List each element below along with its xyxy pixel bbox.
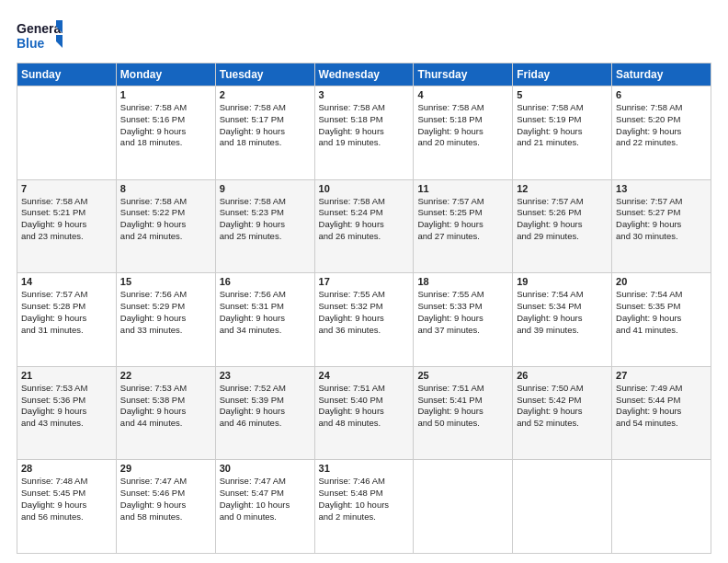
day-number: 8 (120, 183, 211, 194)
daylight-line2: and 30 minutes. (616, 231, 707, 243)
daylight-line1: Daylight: 9 hours (517, 406, 608, 418)
calendar-cell: 30Sunrise: 7:47 AMSunset: 5:47 PMDayligh… (215, 460, 314, 554)
sunset-text: Sunset: 5:32 PM (319, 301, 410, 313)
day-number: 21 (21, 370, 112, 381)
day-number: 14 (21, 276, 112, 287)
day-number: 27 (616, 370, 707, 381)
calendar-cell: 16Sunrise: 7:56 AMSunset: 5:31 PMDayligh… (215, 273, 314, 367)
sunrise-text: Sunrise: 7:55 AM (417, 289, 508, 301)
day-number: 25 (417, 370, 508, 381)
week-row: 21Sunrise: 7:53 AMSunset: 5:36 PMDayligh… (17, 366, 711, 460)
daylight-line2: and 56 minutes. (21, 511, 112, 523)
calendar-header-row: SundayMondayTuesdayWednesdayThursdayFrid… (17, 63, 711, 86)
col-header-thursday: Thursday (414, 63, 513, 86)
sunset-text: Sunset: 5:41 PM (417, 395, 508, 407)
calendar-cell: 19Sunrise: 7:54 AMSunset: 5:34 PMDayligh… (513, 273, 612, 367)
daylight-line1: Daylight: 9 hours (21, 219, 112, 231)
sunrise-text: Sunrise: 7:57 AM (21, 289, 112, 301)
daylight-line1: Daylight: 9 hours (120, 313, 211, 325)
daylight-line1: Daylight: 9 hours (319, 313, 410, 325)
sunrise-text: Sunrise: 7:46 AM (319, 476, 410, 488)
sunset-text: Sunset: 5:34 PM (517, 301, 608, 313)
day-number: 3 (319, 89, 410, 100)
col-header-wednesday: Wednesday (314, 63, 414, 86)
header: General Blue (17, 17, 711, 55)
sunset-text: Sunset: 5:45 PM (21, 488, 112, 500)
daylight-line2: and 27 minutes. (417, 231, 508, 243)
sunset-text: Sunset: 5:25 PM (417, 207, 508, 219)
calendar-cell: 27Sunrise: 7:49 AMSunset: 5:44 PMDayligh… (612, 366, 711, 460)
sunset-text: Sunset: 5:16 PM (120, 114, 211, 126)
daylight-line2: and 25 minutes. (220, 231, 311, 243)
day-number: 19 (517, 276, 608, 287)
day-number: 1 (120, 89, 211, 100)
sunset-text: Sunset: 5:18 PM (417, 114, 508, 126)
daylight-line2: and 18 minutes. (220, 137, 311, 149)
daylight-line2: and 22 minutes. (616, 137, 707, 149)
day-number: 6 (616, 89, 707, 100)
daylight-line2: and 46 minutes. (220, 418, 311, 430)
sunset-text: Sunset: 5:44 PM (616, 395, 707, 407)
week-row: 1Sunrise: 7:58 AMSunset: 5:16 PMDaylight… (17, 86, 711, 180)
daylight-line1: Daylight: 9 hours (120, 219, 211, 231)
sunrise-text: Sunrise: 7:58 AM (120, 102, 211, 114)
sunset-text: Sunset: 5:19 PM (517, 114, 608, 126)
calendar-cell: 1Sunrise: 7:58 AMSunset: 5:16 PMDaylight… (116, 86, 215, 180)
day-number: 17 (319, 276, 410, 287)
sunrise-text: Sunrise: 7:58 AM (319, 196, 410, 208)
daylight-line2: and 39 minutes. (517, 325, 608, 337)
calendar-cell: 18Sunrise: 7:55 AMSunset: 5:33 PMDayligh… (414, 273, 513, 367)
col-header-sunday: Sunday (17, 63, 117, 86)
day-number: 20 (616, 276, 707, 287)
daylight-line2: and 34 minutes. (220, 325, 311, 337)
daylight-line1: Daylight: 9 hours (220, 126, 311, 138)
daylight-line1: Daylight: 9 hours (21, 313, 112, 325)
sunrise-text: Sunrise: 7:54 AM (616, 289, 707, 301)
daylight-line1: Daylight: 9 hours (21, 500, 112, 511)
sunset-text: Sunset: 5:27 PM (616, 207, 707, 219)
sunset-text: Sunset: 5:26 PM (517, 207, 608, 219)
col-header-friday: Friday (513, 63, 612, 86)
calendar-cell: 14Sunrise: 7:57 AMSunset: 5:28 PMDayligh… (17, 273, 117, 367)
calendar-cell: 9Sunrise: 7:58 AMSunset: 5:23 PMDaylight… (215, 179, 314, 273)
daylight-line1: Daylight: 9 hours (319, 406, 410, 418)
sunset-text: Sunset: 5:17 PM (220, 114, 311, 126)
sunset-text: Sunset: 5:42 PM (517, 395, 608, 407)
daylight-line2: and 29 minutes. (517, 231, 608, 243)
daylight-line2: and 52 minutes. (517, 418, 608, 430)
week-row: 28Sunrise: 7:48 AMSunset: 5:45 PMDayligh… (17, 460, 711, 554)
day-number: 29 (120, 463, 211, 474)
daylight-line2: and 41 minutes. (616, 325, 707, 337)
day-number: 2 (220, 89, 311, 100)
sunrise-text: Sunrise: 7:47 AM (120, 476, 211, 488)
col-header-monday: Monday (116, 63, 215, 86)
calendar-table: SundayMondayTuesdayWednesdayThursdayFrid… (17, 63, 711, 554)
day-number: 12 (517, 183, 608, 194)
sunset-text: Sunset: 5:22 PM (120, 207, 211, 219)
sunrise-text: Sunrise: 7:56 AM (120, 289, 211, 301)
daylight-line2: and 44 minutes. (120, 418, 211, 430)
sunrise-text: Sunrise: 7:55 AM (319, 289, 410, 301)
sunset-text: Sunset: 5:20 PM (616, 114, 707, 126)
sunset-text: Sunset: 5:39 PM (220, 395, 311, 407)
calendar-cell: 31Sunrise: 7:46 AMSunset: 5:48 PMDayligh… (314, 460, 414, 554)
sunrise-text: Sunrise: 7:58 AM (417, 102, 508, 114)
daylight-line2: and 19 minutes. (319, 137, 410, 149)
sunset-text: Sunset: 5:35 PM (616, 301, 707, 313)
daylight-line2: and 48 minutes. (319, 418, 410, 430)
calendar-cell: 24Sunrise: 7:51 AMSunset: 5:40 PMDayligh… (314, 366, 414, 460)
calendar-cell (17, 86, 117, 180)
col-header-saturday: Saturday (612, 63, 711, 86)
daylight-line1: Daylight: 9 hours (120, 126, 211, 138)
sunset-text: Sunset: 5:31 PM (220, 301, 311, 313)
calendar-cell (414, 460, 513, 554)
day-number: 31 (319, 463, 410, 474)
daylight-line1: Daylight: 9 hours (21, 406, 112, 418)
daylight-line2: and 20 minutes. (417, 137, 508, 149)
calendar-cell (612, 460, 711, 554)
sunrise-text: Sunrise: 7:54 AM (517, 289, 608, 301)
sunrise-text: Sunrise: 7:57 AM (616, 196, 707, 208)
calendar-cell: 7Sunrise: 7:58 AMSunset: 5:21 PMDaylight… (17, 179, 117, 273)
calendar-cell: 6Sunrise: 7:58 AMSunset: 5:20 PMDaylight… (612, 86, 711, 180)
sunrise-text: Sunrise: 7:58 AM (220, 102, 311, 114)
